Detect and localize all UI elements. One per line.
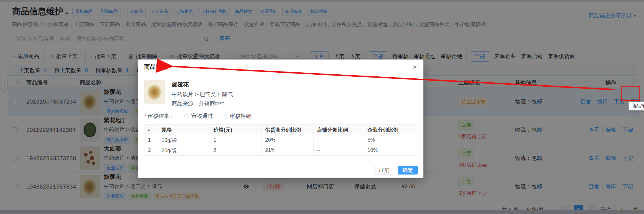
spec-header-row: #规格价格(元)供货商分佣比例店铺分佣比例企业分佣比例 bbox=[144, 125, 417, 135]
spec-cell: 5% bbox=[364, 135, 417, 145]
spec-cell: 21% bbox=[261, 145, 313, 156]
spec-header-cell: 店铺分佣比例 bbox=[313, 125, 364, 135]
spec-table: #规格价格(元)供货商分佣比例店铺分佣比例企业分佣比例 110g/袋120%--… bbox=[144, 124, 417, 156]
product-name: 旋覆花 bbox=[172, 81, 233, 88]
audit-tooltip: 商品审核 bbox=[629, 102, 644, 110]
required-mark: * bbox=[144, 113, 146, 119]
spec-row: 110g/袋120%--5% bbox=[144, 135, 417, 145]
radio-circle-icon bbox=[184, 114, 189, 118]
audit-dialog: 商品审核 × 旋覆花 中药饮片 > 理气类 > 降气 商品来源：分销商test … bbox=[138, 60, 423, 178]
annotation-highlight-box bbox=[621, 86, 640, 101]
spec-cell: -- bbox=[313, 135, 364, 145]
product-category: 中药饮片 > 理气类 > 降气 bbox=[172, 91, 233, 98]
product-image bbox=[144, 80, 165, 104]
spec-header-cell: 供货商分佣比例 bbox=[261, 125, 313, 135]
spec-header-cell: 价格(元) bbox=[210, 125, 261, 135]
spec-cell: 10g/袋 bbox=[158, 135, 210, 145]
spec-header-cell: 规格 bbox=[158, 125, 210, 135]
cancel-button[interactable]: 取消 bbox=[374, 166, 394, 175]
spec-cell: 2 bbox=[210, 145, 261, 156]
spec-header-cell: 企业分佣比例 bbox=[364, 125, 417, 135]
spec-cell: 1 bbox=[144, 135, 158, 145]
radio-audit-reject[interactable]: 审核拒绝 bbox=[223, 112, 251, 120]
spec-cell: 2 bbox=[144, 145, 158, 156]
spec-cell: 20% bbox=[261, 135, 313, 145]
audit-result-label: 审核结果： bbox=[147, 112, 175, 120]
spec-row: 220g/袋221%--10% bbox=[144, 145, 417, 156]
radio-circle-icon bbox=[223, 114, 227, 118]
radio-audit-pass[interactable]: 审核通过 bbox=[184, 112, 213, 120]
dialog-footer: 取消 确定 bbox=[138, 162, 423, 178]
radio-reject-label: 审核拒绝 bbox=[229, 112, 251, 120]
product-summary: 旋覆花 中药饮片 > 理气类 > 降气 商品来源：分销商test bbox=[144, 80, 417, 107]
spec-cell: 20g/袋 bbox=[158, 145, 210, 156]
close-icon[interactable]: × bbox=[413, 63, 417, 71]
dialog-title: 商品审核 bbox=[144, 63, 167, 71]
page-root: 商品信息维护 ▲ 添加商品删除商品上架商品下架商品支持退货支持积分兑换商品种类购… bbox=[0, 0, 644, 214]
dialog-body: 旋覆花 中药饮片 > 理气类 > 降气 商品来源：分销商test * 审核结果：… bbox=[138, 74, 423, 156]
spec-cell: 10% bbox=[364, 145, 417, 156]
spec-cell: 1 bbox=[210, 135, 261, 145]
confirm-button[interactable]: 确定 bbox=[398, 166, 418, 175]
radio-pass-label: 审核通过 bbox=[191, 112, 213, 120]
dialog-header: 商品审核 × bbox=[138, 60, 423, 74]
product-source: 商品来源：分销商test bbox=[172, 100, 233, 107]
spec-table-body: 110g/袋120%--5% 220g/袋221%--10% bbox=[144, 135, 417, 156]
audit-result-row: * 审核结果： 审核通过 审核拒绝 bbox=[144, 112, 417, 120]
spec-header-cell: # bbox=[144, 125, 158, 135]
spec-cell: -- bbox=[313, 145, 364, 156]
